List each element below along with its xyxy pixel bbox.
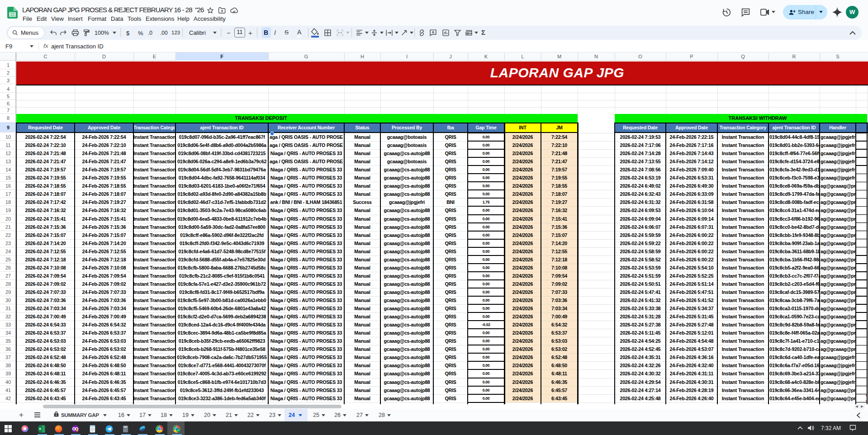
svg-text:X: X	[39, 427, 42, 431]
